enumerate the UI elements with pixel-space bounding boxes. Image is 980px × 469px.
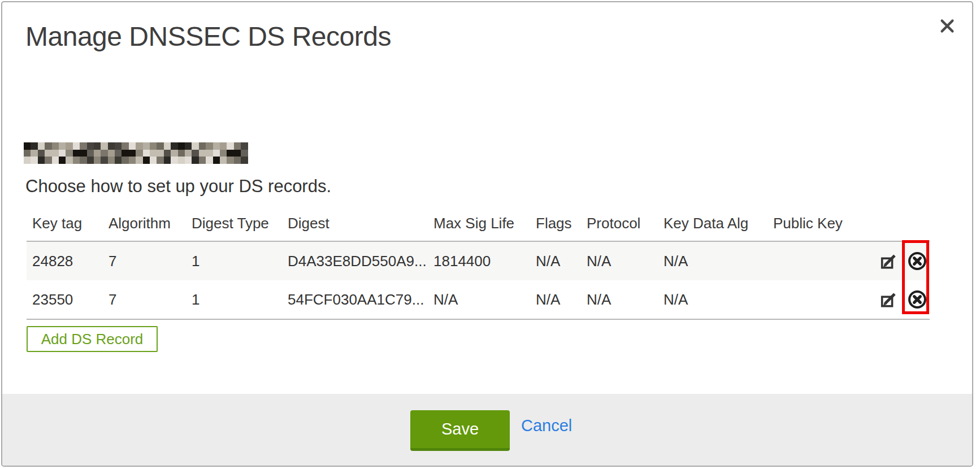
cell-actions: [869, 241, 930, 280]
col-header-protocol: Protocol: [581, 207, 658, 241]
delete-ds-record-button[interactable]: [907, 251, 927, 271]
cell-key-data-alg: N/A: [658, 280, 767, 319]
col-header-digest-type: Digest Type: [186, 207, 282, 241]
cell-digest-type: 1: [186, 241, 282, 280]
col-header-public-key: Public Key: [767, 207, 869, 241]
cell-max-sig-life: N/A: [428, 280, 530, 319]
col-header-max-sig-life: Max Sig Life: [428, 207, 530, 241]
cell-flags: N/A: [530, 241, 581, 280]
col-header-flags: Flags: [530, 207, 581, 241]
col-header-actions: [869, 207, 930, 241]
delete-circle-x-icon: [907, 258, 927, 275]
table-row: 24828 7 1 D4A33E8DD550A9... 1814400 N/A …: [27, 241, 930, 280]
close-icon: [939, 18, 956, 37]
redacted-domain-name: [24, 142, 248, 164]
cell-algorithm: 7: [103, 280, 186, 319]
col-header-algorithm: Algorithm: [103, 207, 186, 241]
close-button[interactable]: [936, 16, 959, 38]
cell-public-key: [767, 241, 869, 280]
save-button[interactable]: Save: [410, 410, 510, 451]
modal-footer: Save Cancel: [2, 394, 973, 467]
edit-ds-record-button[interactable]: [879, 252, 898, 271]
col-header-key-tag: Key tag: [27, 207, 103, 241]
cell-key-tag: 23550: [27, 280, 103, 319]
edit-pencil-square-icon: [879, 296, 898, 312]
cell-digest: 54FCF030AA1C79...: [282, 280, 428, 319]
manage-dnssec-modal: Manage DNSSEC DS Records Choose how to s…: [1, 1, 973, 467]
cell-public-key: [767, 280, 869, 319]
ds-records-table: Key tag Algorithm Digest Type Digest Max…: [27, 207, 930, 320]
table-header-row: Key tag Algorithm Digest Type Digest Max…: [27, 207, 930, 241]
col-header-key-data-alg: Key Data Alg: [658, 207, 767, 241]
cell-protocol: N/A: [581, 241, 658, 280]
table-row: 23550 7 1 54FCF030AA1C79... N/A N/A N/A …: [27, 280, 930, 319]
edit-ds-record-button[interactable]: [879, 290, 898, 309]
cell-digest: D4A33E8DD550A9...: [282, 241, 428, 280]
subtitle: Choose how to set up your DS records.: [25, 176, 331, 197]
page-title: Manage DNSSEC DS Records: [25, 21, 391, 52]
cell-key-tag: 24828: [27, 241, 103, 280]
cell-max-sig-life: 1814400: [428, 241, 530, 280]
screen: Manage DNSSEC DS Records Choose how to s…: [0, 0, 980, 469]
cell-actions: [869, 280, 930, 319]
delete-ds-record-button[interactable]: [907, 289, 927, 310]
cell-protocol: N/A: [581, 280, 658, 319]
edit-pencil-square-icon: [879, 257, 898, 274]
add-ds-record-button[interactable]: Add DS Record: [27, 326, 158, 352]
cell-algorithm: 7: [103, 241, 186, 280]
col-header-digest: Digest: [282, 207, 428, 241]
cell-flags: N/A: [530, 280, 581, 319]
cell-digest-type: 1: [186, 280, 282, 319]
cell-key-data-alg: N/A: [658, 241, 767, 280]
cancel-link[interactable]: Cancel: [521, 416, 572, 435]
delete-circle-x-icon: [907, 296, 927, 313]
